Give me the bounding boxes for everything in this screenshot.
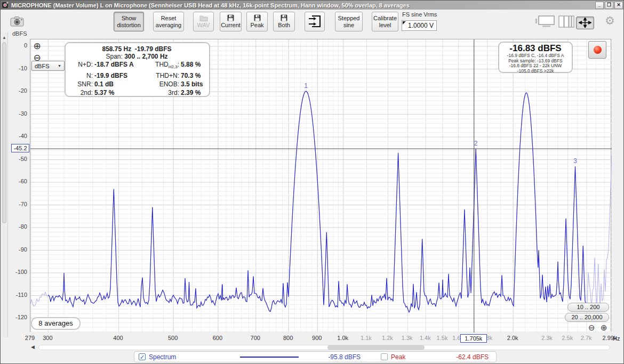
range-20-20000-button[interactable]: 20 .. 20,000 [565, 313, 609, 322]
save-current-button[interactable]: Current [220, 12, 242, 31]
reset-averaging-button[interactable]: Reset averaging [153, 12, 184, 31]
x-tick-label: 600 [213, 335, 222, 341]
spectrum-checkbox[interactable]: ✓ [139, 353, 146, 360]
loopback-button[interactable] [305, 12, 325, 31]
y-tick-label: -90 [8, 246, 27, 253]
range-10-200-button[interactable]: 10 .. 200 [567, 303, 609, 312]
stepped-sine-label: Stepped sine [337, 15, 361, 28]
y-tick-label: -80 [8, 223, 27, 230]
loopback-icon [308, 14, 322, 28]
input-level-box: -16.83 dBFS -16.9 dBFS C, -16.4 dBFS A P… [498, 42, 573, 73]
horizontal-scroll-thumb[interactable] [327, 345, 425, 350]
reset-averaging-label: Reset averaging [155, 15, 182, 28]
x-tick-label: 500 [168, 335, 178, 341]
minimize-button[interactable]: _ [595, 2, 604, 9]
zoom-in-icon: ⊕ [601, 323, 607, 332]
fs-sine-value: 1.0000 V [408, 22, 434, 29]
fs-sine-label: FS sine Vrms [402, 11, 437, 18]
scroll-up-icon[interactable]: ▲ [2, 35, 6, 40]
chevron-down-icon: ▼ [58, 64, 61, 68]
panes-icon[interactable] [558, 15, 574, 28]
vertical-scrollbar[interactable]: ▲ [1, 33, 8, 337]
y-tick-label: 0 [8, 42, 27, 48]
y-tick-label: -70 [8, 201, 27, 207]
spectrum-trace-out-of-span [30, 91, 612, 312]
calibrate-level-button[interactable]: Calibrate level [372, 12, 398, 31]
thd-value: 5.88 % [181, 60, 210, 71]
fs-sine-input[interactable]: 1.0000 V [402, 20, 437, 31]
y-tick-label: -30 [8, 110, 27, 117]
app-window: MICROPHONE (Master Volume) L on Micropho… [0, 0, 624, 364]
enob-value: 3.5 bits [181, 80, 210, 88]
scale-select[interactable]: dBFS ▼ [31, 61, 65, 71]
y-tick-label: -60 [8, 178, 27, 184]
pan-button[interactable] [576, 17, 594, 29]
show-distortion-button[interactable]: Show distortion [114, 12, 144, 31]
harmonic-marker-2: 2 [474, 140, 478, 147]
x-tick-label: 300 [43, 335, 52, 341]
x-tick-label: 700 [251, 335, 260, 341]
save-icon [227, 14, 234, 21]
maximize-button[interactable]: ❐ [605, 2, 613, 9]
window-title: MICROPHONE (Master Volume) L on Micropho… [11, 2, 594, 9]
y-tick-label: -120 [8, 314, 27, 320]
n-value: -19.9 dBFS [94, 71, 146, 80]
spinner-handle-icon[interactable] [403, 21, 406, 25]
x-tick-label: 900 [312, 335, 322, 341]
save-both-button[interactable]: Both [273, 12, 295, 31]
thdn-value: 70.3 % [181, 71, 210, 80]
title-bar[interactable]: MICROPHONE (Master Volume) L on Micropho… [1, 1, 624, 10]
x-tick-label: 1.2k [382, 335, 393, 341]
x-tick-label: 1.0k [337, 335, 348, 341]
x-tick-label: 2.5k [562, 335, 573, 341]
nd-value: -18.7 dBFS A [94, 60, 146, 71]
meas-cursor-freq: 858.75 Hz [102, 45, 131, 53]
x-zoom-in-button[interactable]: ⊕ [601, 323, 607, 332]
span-value: 300 .. 2,700 Hz [124, 53, 167, 60]
save-peak-button[interactable]: Peak [246, 12, 268, 31]
x-zoom-out-button[interactable]: ⊖ [588, 323, 595, 332]
save-both-label: Both [278, 22, 290, 29]
wav-label: WAV [197, 22, 210, 29]
save-current-label: Current [221, 22, 241, 29]
cursor-level-readout: -45.2 [11, 144, 29, 152]
camera-icon [10, 16, 24, 27]
legend-bar: ✓ Spectrum -95.8 dBFS Peak -62.4 dBFS [134, 351, 497, 362]
save-peak-label: Peak [250, 22, 263, 29]
zoom-in-button[interactable]: ⊕ [32, 42, 42, 52]
harmonic-marker-1: 1 [304, 82, 308, 90]
y-tick-label: -10 [8, 65, 27, 71]
zoom-out-icon: ⊖ [588, 323, 595, 332]
calibrate-level-label: Calibrate level [373, 15, 397, 28]
level-line4: -105.0 dBFS >22k [499, 69, 572, 74]
thd-label: THDH2,3: [146, 60, 181, 71]
vertical-scroll-thumb[interactable] [2, 42, 6, 223]
level-main: -16.83 dBFS [499, 43, 572, 53]
meas-cursor-level: -19.79 dBFS [135, 45, 172, 53]
peak-checkbox[interactable] [381, 353, 388, 360]
spectrum-trace [30, 91, 612, 312]
gear-icon[interactable]: ⚙ [605, 14, 615, 27]
y-tick-label: -100 [8, 269, 27, 275]
folder-icon [199, 15, 208, 21]
y-tick-label: -40 [8, 133, 27, 139]
app-icon [2, 2, 9, 9]
pan-arrows-icon [579, 18, 591, 28]
screenshot-button[interactable] [7, 12, 27, 31]
monitor-icon[interactable] [535, 15, 555, 28]
peak-legend-label: Peak [391, 353, 405, 361]
horizontal-scroll-track[interactable] [38, 345, 610, 350]
y-tick-label: -110 [8, 292, 27, 298]
scale-select-value: dBFS [35, 63, 50, 69]
x-axis-unit: Hz [613, 335, 620, 342]
thdn-label: THD+N: [146, 71, 181, 80]
scroll-left-icon[interactable]: ◀ [31, 344, 35, 350]
y-tick-label: -20 [8, 87, 27, 94]
distortion-measurements-box: 858.75 Hz -19.79 dBFS Span: 300 .. 2,700… [65, 42, 210, 97]
close-button[interactable]: ✕ [614, 2, 623, 9]
record-button[interactable] [588, 41, 606, 59]
stepped-sine-button[interactable]: Stepped sine [335, 12, 363, 31]
horizontal-scrollbar[interactable]: ◀ [30, 344, 611, 351]
cursor-frequency-readout: 1.705k [460, 334, 487, 343]
toolbar: Show distortion Reset averaging WAV Curr… [1, 10, 624, 34]
